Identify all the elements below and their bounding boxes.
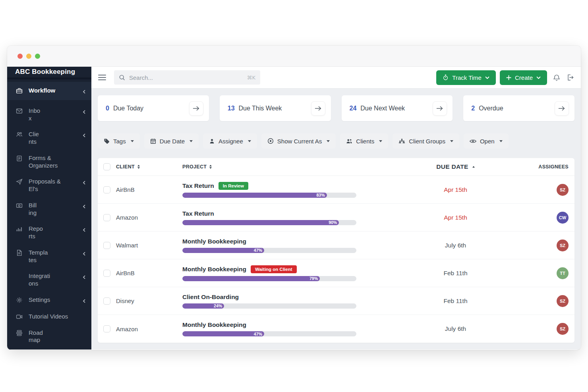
assignee-avatar[interactable]: SZ: [557, 239, 569, 251]
video-icon: [15, 313, 23, 320]
column-header-client[interactable]: CLIENT: [116, 164, 182, 170]
table-row[interactable]: Amazon Monthly Bookkeeping 47% July 6th …: [98, 315, 574, 343]
progress-value: 47%: [254, 332, 264, 336]
column-header-due-date[interactable]: DUE DATE: [360, 163, 524, 170]
sidebar-item-reports[interactable]: Repo rts: [7, 221, 91, 244]
project-name[interactable]: Client On-Boarding: [182, 294, 239, 301]
person-icon: [209, 138, 215, 144]
arrow-right-icon[interactable]: [433, 101, 447, 116]
search-box[interactable]: ⌘K: [114, 70, 260, 85]
envelope-icon: [15, 108, 23, 114]
sidebar: ABC Bookkeeping Workflow Inbo x: [7, 67, 91, 350]
row-checkbox[interactable]: [103, 325, 110, 332]
tag-icon: [104, 138, 110, 144]
search-shortcut: ⌘K: [247, 75, 255, 81]
assignee-avatar[interactable]: SZ: [557, 323, 569, 335]
arrow-right-icon[interactable]: [555, 101, 569, 116]
sidebar-item-billing[interactable]: Bill ing: [7, 198, 91, 221]
caret-down-icon: [190, 140, 193, 142]
topbar: ⌘K Track Time Create: [91, 67, 581, 89]
row-checkbox[interactable]: [103, 242, 110, 249]
sidebar-item-tutorial-videos[interactable]: Tutorial Videos: [7, 309, 91, 324]
arrow-right-icon[interactable]: [189, 101, 203, 116]
filter-clients[interactable]: Clients: [340, 133, 388, 149]
row-checkbox[interactable]: [103, 297, 110, 305]
assignee-avatar[interactable]: SZ: [557, 184, 569, 196]
chevron-left-icon: [83, 203, 86, 210]
bar-chart-icon: [15, 226, 23, 232]
chevron-left-icon: [83, 108, 86, 115]
client-name: Amazon: [116, 214, 182, 221]
filter-label: Show Current As: [277, 138, 322, 145]
project-name[interactable]: Monthly Bookkeeping: [182, 266, 246, 273]
search-input[interactable]: [129, 74, 243, 81]
sidebar-item-integrations[interactable]: Integrati ons: [7, 268, 91, 292]
filter-show-current-as[interactable]: Show Current As: [261, 133, 336, 149]
column-header-project[interactable]: PROJECT: [182, 164, 360, 170]
project-name[interactable]: Monthly Bookkeeping: [182, 238, 246, 245]
client-name: Disney: [116, 297, 182, 304]
filter-assignee[interactable]: Assignee: [203, 133, 257, 149]
track-time-button[interactable]: Track Time: [436, 70, 496, 85]
assignee-avatar[interactable]: SZ: [557, 295, 569, 307]
menu-icon[interactable]: [98, 75, 106, 80]
table-row[interactable]: Disney Client On-Boarding 24% Feb 11th S…: [98, 287, 574, 315]
minimize-window-button[interactable]: [26, 54, 31, 59]
card-due-today[interactable]: 0 Due Today: [98, 95, 209, 121]
caret-down-icon: [327, 140, 330, 142]
chevron-left-icon: [83, 274, 86, 280]
caret-down-icon: [499, 140, 503, 142]
caret-down-icon: [248, 140, 251, 142]
due-date: Apr 15th: [360, 186, 524, 193]
gear-icon: [15, 297, 23, 303]
card-due-this-week[interactable]: 13 Due This Week: [220, 95, 331, 121]
sidebar-nav: Workflow Inbo x Clie nts: [7, 79, 91, 292]
client-name: Walmart: [116, 242, 182, 249]
maximize-window-button[interactable]: [35, 54, 40, 59]
filter-label: Clients: [356, 138, 374, 145]
chevron-left-icon: [83, 179, 86, 186]
sidebar-item-templates[interactable]: Templa tes: [7, 245, 91, 268]
client-name: AirBnB: [116, 270, 182, 276]
card-due-next-week[interactable]: 24 Due Next Week: [342, 95, 453, 121]
sidebar-item-forms-organizers[interactable]: Forms & Organizers: [7, 151, 91, 174]
row-checkbox[interactable]: [103, 270, 110, 277]
billing-icon: [15, 202, 23, 209]
sidebar-item-inbox[interactable]: Inbo x: [7, 103, 91, 126]
projects-table: CLIENT PROJECT DUE DATE ASSIGNEES: [98, 158, 574, 343]
table-row[interactable]: Amazon Tax Return 90% Apr 15th CW: [98, 204, 574, 232]
card-overdue[interactable]: 2 Overdue: [463, 95, 574, 121]
assignee-avatar[interactable]: TT: [557, 267, 569, 279]
sidebar-item-proposals[interactable]: Proposals & El's: [7, 174, 91, 197]
progress-value: 79%: [309, 276, 320, 281]
row-checkbox[interactable]: [103, 186, 110, 193]
filter-due-date[interactable]: Due Date: [144, 133, 199, 149]
sort-icon: [209, 165, 212, 169]
project-name[interactable]: Tax Return: [182, 210, 214, 217]
templates-icon: [15, 249, 23, 256]
assignee-avatar[interactable]: CW: [557, 212, 569, 224]
row-checkbox[interactable]: [103, 214, 110, 221]
project-name[interactable]: Monthly Bookkeeping: [182, 321, 246, 328]
filter-open[interactable]: Open: [464, 133, 509, 149]
table-row[interactable]: Walmart Monthly Bookkeeping 47% July 6th…: [98, 232, 574, 259]
sidebar-item-clients[interactable]: Clie nts: [7, 127, 91, 150]
sidebar-item-settings[interactable]: Settings: [7, 292, 91, 308]
sidebar-item-label: Inbo x: [29, 107, 77, 122]
filter-tags[interactable]: Tags: [98, 133, 140, 149]
sidebar-item-roadmap[interactable]: Road map: [7, 325, 91, 348]
sidebar-item-label: Forms & Organizers: [29, 154, 86, 170]
notifications-bell-icon[interactable]: [553, 73, 561, 82]
filter-client-groups[interactable]: Client Groups: [393, 133, 459, 149]
sidebar-item-workflow[interactable]: Workflow: [7, 82, 91, 100]
table-row[interactable]: AirBnB Monthly Bookkeeping Waiting on Cl…: [98, 259, 574, 287]
logout-icon[interactable]: [566, 73, 574, 81]
caret-down-icon: [131, 140, 134, 142]
arrow-right-icon[interactable]: [311, 101, 325, 116]
project-name[interactable]: Tax Return: [182, 182, 214, 189]
sidebar-item-label: Clie nts: [29, 131, 77, 146]
select-all-checkbox[interactable]: [103, 163, 110, 170]
create-button[interactable]: Create: [500, 70, 547, 85]
table-row[interactable]: AirBnB Tax Return In Review 83%: [98, 176, 574, 204]
close-window-button[interactable]: [17, 54, 23, 59]
